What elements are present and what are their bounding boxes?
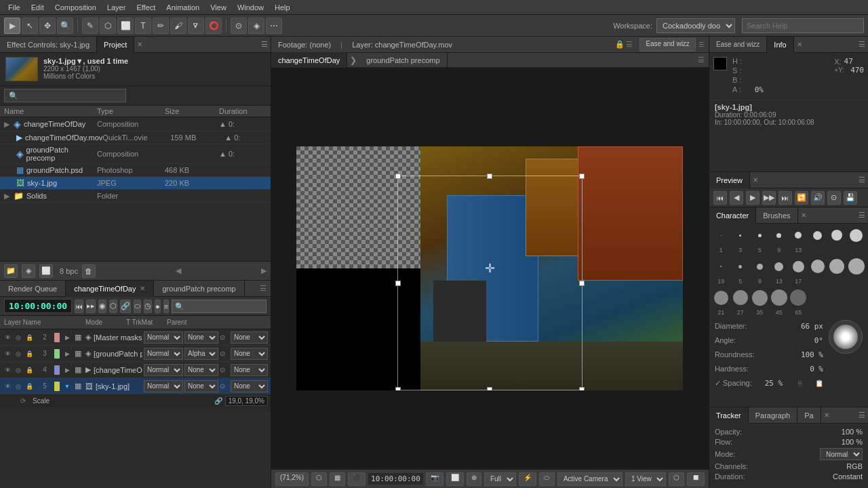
tool-zoom[interactable]: 🔍 [57,18,73,34]
list-item[interactable]: ▶ 📁 Solids Folder [0,190,271,203]
mode-select[interactable]: Normal [820,448,863,460]
tool-mask[interactable]: ⬡ [100,18,116,34]
info-close-icon[interactable]: ✕ [797,41,802,48]
viewer-fast-btn[interactable]: ⚡ [519,472,536,486]
viewer-transparency-btn[interactable]: ⬛ [348,472,366,486]
layer-solo-icon[interactable]: ◎ [14,382,23,391]
scale-value[interactable]: 19,0, 19,0% [225,396,268,406]
current-time-display[interactable]: 10:00:00:00 [4,299,72,313]
delete-btn[interactable]: 🗑 [82,264,96,278]
brush-preset[interactable] [751,289,769,306]
prev-fwd-frame-btn[interactable]: ▶▶ [762,191,776,205]
menu-effect[interactable]: Effect [131,2,161,13]
viewer-footage-label[interactable]: Footage: (none) [271,39,338,50]
viewer-quality-select[interactable]: Full [484,472,516,486]
brush-preset[interactable] [731,289,749,306]
menu-file[interactable]: File [3,2,26,13]
brush-preset[interactable] [789,289,808,306]
layer-parent-select[interactable]: None [231,364,268,376]
layer-parent-select[interactable]: None [231,331,268,344]
layer-trkmat-select[interactable]: None [184,380,218,392]
brush-preset[interactable] [712,289,730,306]
scroll-left-icon[interactable]: ◀ [176,266,181,275]
tool-paint[interactable]: ✏ [153,18,169,34]
layer-solo-icon[interactable]: ◎ [14,365,23,375]
tab-render-queue[interactable]: Render Queue [0,281,66,297]
layer-expand-icon[interactable]: ▶ [62,365,72,375]
layer-solo-icon[interactable]: ◎ [14,333,23,342]
viewer-region-btn[interactable]: ⬜ [446,472,464,486]
new-comp-btn[interactable]: ◈ [22,264,35,278]
layer-eye-icon[interactable]: 👁 [3,349,12,359]
brush-preset[interactable] [789,258,808,275]
menu-view[interactable]: View [205,2,232,13]
layer-lock-icon[interactable]: 🔒 [24,365,34,375]
trkmat-link-icon[interactable]: ⊙ [220,350,229,357]
layer-row-selected[interactable]: 👁 ◎ 🔒 5 ▼ ▦ 🖼 [sky-1.jpg] Normal [0,378,271,394]
project-search-input[interactable] [4,89,126,102]
layer-trkmat-select[interactable]: None [184,331,218,344]
viewer-safe-zones-btn[interactable]: ▦ [330,472,345,486]
prev-save-frame-btn[interactable]: 💾 [844,191,857,205]
brush-preset[interactable] [770,226,788,244]
layer-solo-icon[interactable]: ◎ [14,349,23,359]
scale-link-icon[interactable]: 🔗 [214,397,222,405]
brush-preset[interactable] [751,258,769,275]
tool-text[interactable]: T [135,18,151,34]
list-item[interactable]: ▦ groundPatch.psd Photoshop 468 KB [0,164,271,177]
comp-overflow-icon[interactable]: ☰ [698,56,705,64]
layer-row[interactable]: 👁 ◎ 🔒 2 ▶ ▦ ◈ [Master masks] Normal [0,329,271,346]
tracker-menu-icon[interactable]: ☰ [859,411,865,420]
tool-arrow[interactable]: ↖ [22,18,38,34]
brush-preset[interactable] [751,226,769,244]
tab-tracker[interactable]: Tracker [709,407,749,424]
list-item-selected[interactable]: 🖼 sky-1.jpg JPEG 220 KB [0,177,271,190]
layer-mode-select[interactable]: Normal [144,364,183,376]
expand-icon[interactable]: ▶ [4,192,9,201]
tl-btn-8[interactable]: ● [155,300,161,313]
layer-mode-select[interactable]: Normal [144,348,183,360]
tl-btn-9[interactable]: ≡ [163,300,169,313]
tl-btn-2[interactable]: ▸▸ [86,300,96,313]
prev-play-btn[interactable]: ▶ [746,191,760,205]
layer-eye-icon[interactable]: 👁 [3,365,12,375]
tl-btn-5[interactable]: 🔗 [120,300,131,313]
tab-brushes[interactable]: Brushes [756,207,797,224]
tab-effect-controls[interactable]: Effect Controls: sky-1.jpg [0,37,97,53]
prev-back-frame-btn[interactable]: ◀ [730,191,743,205]
layer-expand-icon[interactable]: ▼ [62,382,72,391]
tool-brush[interactable]: 🖌 [170,18,186,34]
tool-extra2[interactable]: ⋯ [266,18,282,34]
timeline-tab-close-icon[interactable]: ✕ [140,285,145,292]
list-item[interactable]: ▶ ◈ changeTimeOfDay Composition ▲ 0: [0,117,271,131]
brush-preset[interactable] [770,258,788,275]
prev-loop-btn[interactable]: 🔁 [795,191,808,205]
tool-shape[interactable]: ⬜ [117,18,134,34]
menu-window[interactable]: Window [232,2,269,13]
char-menu-icon[interactable]: ☰ [859,211,865,220]
layer-mode-select[interactable]: Normal [144,380,183,392]
layer-row[interactable]: 👁 ◎ 🔒 4 ▶ ▦ ▶ [changeTimeOfDay.mov] Norm… [0,362,271,378]
info-menu-icon[interactable]: ☰ [859,40,865,49]
layer-lock-icon[interactable]: 🔒 [24,333,34,342]
project-close-icon[interactable]: ✕ [137,41,142,48]
brush-preset[interactable] [731,258,749,275]
list-item[interactable]: ▶ changeTimeOfDay.mov QuickTi...ovie 159… [0,131,271,144]
tracker-close-icon[interactable]: ✕ [824,411,829,419]
viewer-3d-btn[interactable]: ⬭ [539,472,555,486]
preview-menu-icon[interactable]: ☰ [859,176,865,184]
tab-ground-patch[interactable]: groundPatch precomp [154,281,244,297]
viewer-camera-select[interactable]: Active Camera [557,472,623,486]
menu-edit[interactable]: Edit [26,2,50,13]
char-close-icon[interactable]: ✕ [801,211,806,219]
layer-lock-icon[interactable]: 🔒 [24,382,34,391]
comp-tab-active[interactable]: changeTimeOfDay [271,52,347,68]
brush-preset[interactable] [847,226,865,244]
brush-preset[interactable] [770,289,788,306]
trkmat-link-icon[interactable]: ⊙ [220,382,229,390]
layer-parent-select[interactable]: None [231,380,268,392]
viewer-grid-btn[interactable]: ⬡ [311,472,327,486]
layer-lock-icon[interactable]: 🔒 [24,349,34,359]
menu-animation[interactable]: Animation [161,2,205,13]
menu-help[interactable]: Help [269,2,296,13]
